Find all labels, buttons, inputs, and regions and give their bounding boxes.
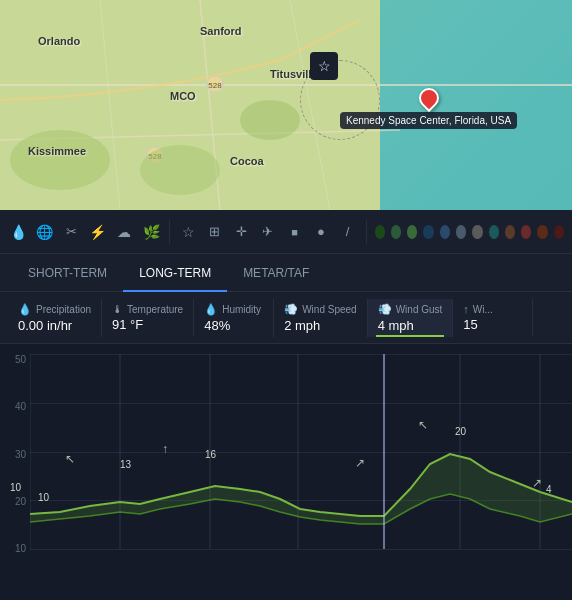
wind-speed-icon: 💨	[284, 303, 298, 316]
city-orlando: Orlando	[38, 35, 80, 47]
annotation-10: 10	[38, 492, 49, 503]
y-axis: 50 40 30 20 10	[0, 354, 30, 554]
temp-value: 91 °F	[112, 317, 183, 332]
wind-gust-icon: 💨	[378, 303, 392, 316]
chart-svg	[30, 354, 572, 549]
city-kissimmee: Kissimmee	[28, 145, 86, 157]
wind-dir-value: 15	[463, 317, 522, 332]
metric-humidity[interactable]: 💧 Humidity 48%	[194, 299, 274, 337]
globe-icon[interactable]: 🌐	[35, 218, 56, 246]
plane-icon[interactable]: ✈	[258, 218, 279, 246]
annotation-4: 4	[546, 484, 552, 495]
map-background: 528 528 Orlando MCO Kissimmee Sanford Ti…	[0, 0, 572, 210]
temp-icon: 🌡	[112, 303, 123, 315]
humidity-value: 48%	[204, 318, 263, 333]
wind-gust-value: 4 mph	[378, 318, 443, 333]
color-8[interactable]	[489, 225, 499, 239]
divider-2	[366, 220, 367, 244]
tabs-bar: SHORT-TERM LONG-TERM METAR/TAF	[0, 254, 572, 292]
star-waypoint[interactable]: ☆	[310, 52, 338, 80]
color-9[interactable]	[505, 225, 515, 239]
color-10[interactable]	[521, 225, 531, 239]
metrics-bar: 💧 Precipitation 0.00 in/hr 🌡 Temperature…	[0, 292, 572, 344]
chart-area: 50 40 30 20 10 13 16 20 4 10 10 ↖ ↑	[0, 344, 572, 600]
y-label-20: 20	[4, 496, 26, 507]
svg-point-13	[240, 100, 300, 140]
annotation-10-left: 10	[10, 482, 21, 493]
location-pin[interactable]: Kennedy Space Center, Florida, USA	[340, 88, 517, 129]
grid-toolbar-icon[interactable]: ⊞	[205, 218, 226, 246]
humidity-icon: 💧	[204, 303, 218, 316]
svg-point-11	[10, 130, 110, 190]
tab-short-term[interactable]: SHORT-TERM	[12, 254, 123, 292]
arrow-1: ↖	[65, 452, 75, 466]
color-12[interactable]	[554, 225, 564, 239]
metric-wind-dir[interactable]: ↑ Wi... 15	[453, 299, 533, 336]
cloud-icon[interactable]: ☁	[114, 218, 135, 246]
metric-wind-speed[interactable]: 💨 Wind Speed 2 mph	[274, 299, 367, 337]
scissors-icon[interactable]: ✂	[61, 218, 82, 246]
y-label-50: 50	[4, 354, 26, 365]
y-label-10: 10	[4, 543, 26, 554]
crosshair-icon[interactable]: ✛	[231, 218, 252, 246]
arrow-5: ↗	[532, 476, 542, 490]
color-5[interactable]	[440, 225, 450, 239]
color-11[interactable]	[537, 225, 547, 239]
city-mco: MCO	[170, 90, 196, 102]
metric-temperature[interactable]: 🌡 Temperature 91 °F	[102, 299, 194, 336]
arrow-4: ↖	[418, 418, 428, 432]
star-toolbar-icon[interactable]: ☆	[178, 218, 199, 246]
svg-point-12	[140, 145, 220, 195]
y-label-40: 40	[4, 401, 26, 412]
annotation-13: 13	[120, 459, 131, 470]
color-2[interactable]	[391, 225, 401, 239]
color-1[interactable]	[375, 225, 385, 239]
wind-dir-icon: ↑	[463, 303, 469, 315]
color-6[interactable]	[456, 225, 466, 239]
arrow-2: ↑	[162, 442, 168, 456]
lightning-icon[interactable]: ⚡	[88, 218, 109, 246]
divider-1	[169, 220, 170, 244]
toolbar: 💧 🌐 ✂ ⚡ ☁ 🌿 ☆ ⊞ ✛ ✈ ■ ● /	[0, 210, 572, 254]
metric-precipitation[interactable]: 💧 Precipitation 0.00 in/hr	[8, 299, 102, 337]
color-7[interactable]	[472, 225, 482, 239]
annotation-16: 16	[205, 449, 216, 460]
city-sanford: Sanford	[200, 25, 242, 37]
pin-label: Kennedy Space Center, Florida, USA	[340, 112, 517, 129]
metric-wind-gust[interactable]: 💨 Wind Gust 4 mph	[368, 299, 454, 337]
arrow-3: ↗	[355, 456, 365, 470]
precip-icon: 💧	[18, 303, 32, 316]
tab-metar-taf[interactable]: METAR/TAF	[227, 254, 325, 292]
tab-long-term[interactable]: LONG-TERM	[123, 254, 227, 292]
precip-value: 0.00 in/hr	[18, 318, 91, 333]
color-3[interactable]	[407, 225, 417, 239]
wind-speed-value: 2 mph	[284, 318, 356, 333]
rain-icon[interactable]: 💧	[8, 218, 29, 246]
grid-10	[30, 549, 572, 550]
stop-icon[interactable]: ■	[284, 218, 305, 246]
y-label-30: 30	[4, 449, 26, 460]
city-cocoa: Cocoa	[230, 155, 264, 167]
color-4[interactable]	[423, 225, 433, 239]
circle-icon[interactable]: ●	[311, 218, 332, 246]
line-icon[interactable]: /	[337, 218, 358, 246]
leaf-icon[interactable]: 🌿	[141, 218, 162, 246]
annotation-20: 20	[455, 426, 466, 437]
svg-text:528: 528	[208, 81, 222, 90]
map-container: 528 528 Orlando MCO Kissimmee Sanford Ti…	[0, 0, 572, 210]
pin-marker	[414, 84, 442, 112]
